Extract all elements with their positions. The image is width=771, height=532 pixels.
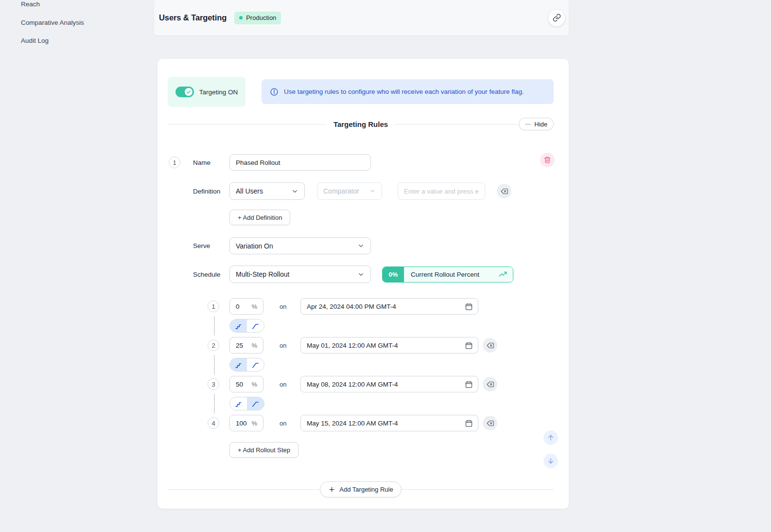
step-date-input[interactable] — [307, 342, 465, 349]
rollout-step-row: 4 % on — [168, 415, 554, 431]
gradual-transition-button[interactable] — [247, 319, 264, 332]
calendar-icon — [465, 341, 473, 350]
step-date-input[interactable] — [307, 303, 465, 310]
rollout-step-row: 1 % on — [168, 298, 554, 315]
calendar-button[interactable] — [465, 380, 473, 389]
transition-row — [168, 397, 554, 410]
trending-up-icon — [499, 270, 507, 279]
sidebar-item-comparative-analysis[interactable]: Comparative Analysis — [21, 19, 84, 27]
step-percent-input[interactable] — [236, 420, 251, 427]
sidebar-item-audit-log[interactable]: Audit Log — [21, 37, 84, 45]
comparator-dropdown[interactable]: Comparator — [317, 182, 382, 200]
calendar-icon — [465, 302, 473, 311]
gradual-transition-icon — [251, 322, 260, 330]
step-transition-button[interactable] — [230, 319, 247, 332]
step-transition-button[interactable] — [230, 358, 247, 371]
serve-label: Serve — [193, 242, 229, 249]
backspace-icon — [486, 419, 494, 427]
transition-row — [168, 319, 554, 333]
arrow-down-icon — [547, 457, 555, 465]
step-connector-line — [214, 394, 215, 413]
step-transition-button[interactable] — [230, 397, 247, 410]
add-definition-button[interactable]: + Add Definition — [229, 210, 290, 225]
delete-step-button[interactable] — [483, 377, 497, 391]
targeting-toggle-label: Targeting ON — [199, 89, 238, 96]
step-date-input[interactable] — [307, 420, 465, 427]
schedule-dropdown[interactable]: Multi-Step Rollout — [229, 266, 371, 283]
step-percent-field[interactable]: % — [229, 298, 263, 315]
current-rollout-label: Current Rollout Percent — [411, 271, 499, 278]
targeting-toggle-box: Targeting ON — [168, 77, 245, 107]
add-rollout-step-button[interactable]: + Add Rollout Step — [229, 442, 298, 458]
environment-badge-label: Production — [246, 14, 276, 21]
on-label: on — [280, 303, 286, 310]
schedule-dropdown-value: Multi-Step Rollout — [236, 270, 290, 278]
step-connector-line — [214, 355, 215, 374]
hide-button[interactable]: — Hide — [519, 118, 554, 130]
sidebar-item-reach[interactable]: Reach — [21, 0, 84, 8]
step-number-badge: 4 — [208, 417, 219, 429]
delete-step-button[interactable] — [483, 416, 497, 430]
definition-value-input[interactable] — [398, 182, 485, 200]
chevron-down-icon — [369, 188, 376, 195]
toggle-knob — [185, 88, 193, 96]
delete-step-button[interactable] — [483, 338, 497, 353]
transition-toggle — [229, 319, 264, 333]
info-banner: Use targeting rules to configure who wil… — [262, 79, 554, 104]
calendar-button[interactable] — [465, 419, 473, 427]
status-dot — [239, 16, 243, 19]
chevron-down-icon — [357, 271, 365, 278]
page-header: Users & Targeting Production — [154, 0, 569, 35]
sidebar: Reach Comparative Analysis Audit Log — [21, 0, 84, 55]
step-percent-field[interactable]: % — [229, 337, 263, 354]
move-rule-down-button[interactable] — [543, 454, 558, 468]
backspace-icon — [500, 187, 508, 195]
step-date-field[interactable] — [300, 415, 478, 431]
serve-dropdown-value: Variation On — [236, 242, 273, 250]
section-title: Targeting Rules — [327, 120, 395, 128]
clear-definition-button[interactable] — [497, 184, 511, 198]
step-percent-field[interactable]: % — [229, 415, 263, 431]
name-label: Name — [193, 159, 229, 166]
step-date-field[interactable] — [300, 298, 478, 315]
delete-rule-button[interactable] — [540, 153, 555, 167]
rule-name-input[interactable] — [229, 154, 371, 171]
step-percent-input[interactable] — [236, 303, 251, 310]
current-rollout-badge: 0% Current Rollout Percent — [382, 266, 513, 283]
chevron-down-icon — [357, 242, 365, 249]
serve-dropdown[interactable]: Variation On — [229, 237, 371, 254]
step-percent-input[interactable] — [236, 342, 251, 349]
link-icon — [553, 14, 561, 22]
targeting-card: Targeting ON Use targeting rules to conf… — [158, 59, 569, 509]
info-banner-text: Use targeting rules to configure who wil… — [284, 88, 524, 95]
transition-row — [168, 358, 554, 372]
step-percent-field[interactable]: % — [229, 376, 263, 392]
step-connector-line — [214, 316, 215, 336]
step-number-badge: 2 — [208, 339, 219, 351]
on-label: on — [280, 342, 286, 349]
trash-icon — [543, 156, 551, 164]
targeting-toggle[interactable] — [175, 87, 194, 97]
targeting-rules-divider: Targeting Rules — Hide — [168, 118, 554, 130]
step-date-input[interactable] — [307, 381, 465, 388]
move-rule-up-button[interactable] — [543, 430, 558, 445]
copy-link-button[interactable] — [548, 10, 565, 26]
transition-toggle — [229, 397, 264, 410]
schedule-label: Schedule — [193, 271, 229, 278]
minus-icon: — — [525, 121, 531, 127]
on-label: on — [280, 381, 286, 388]
plus-icon — [328, 486, 335, 493]
calendar-button[interactable] — [465, 302, 473, 311]
add-targeting-rule-button[interactable]: Add Targeting Rule — [320, 481, 401, 497]
gradual-transition-icon — [251, 361, 260, 369]
step-date-field[interactable] — [300, 376, 478, 392]
step-date-field[interactable] — [300, 337, 478, 354]
definition-label: Definition — [193, 188, 229, 195]
audience-dropdown[interactable]: All Users — [229, 182, 305, 200]
gradual-transition-icon — [251, 400, 260, 408]
gradual-transition-button[interactable] — [247, 397, 264, 410]
step-percent-input[interactable] — [236, 381, 251, 388]
gradual-transition-button[interactable] — [247, 358, 264, 371]
percent-suffix: % — [251, 381, 257, 388]
calendar-button[interactable] — [465, 341, 473, 350]
